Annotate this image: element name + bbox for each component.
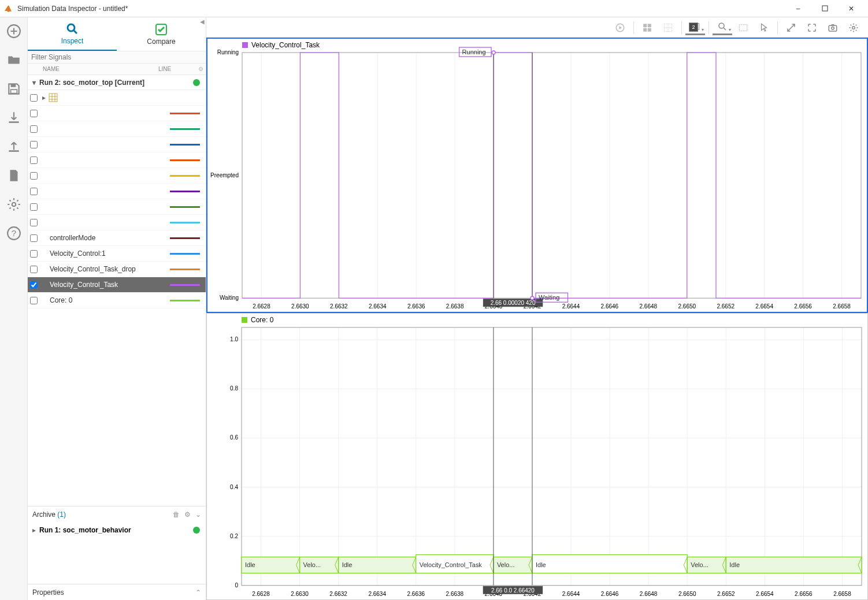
fit-to-view-button[interactable]	[733, 19, 753, 36]
plot-toolbar	[206, 17, 868, 38]
snapshot-button[interactable]	[823, 19, 843, 36]
svg-text:0.4: 0.4	[230, 484, 238, 490]
svg-text:2.6648: 2.6648	[640, 591, 658, 597]
save-button[interactable]	[5, 80, 23, 98]
clear-subplot-button[interactable]	[658, 19, 678, 36]
signal-visibility-checkbox[interactable]	[30, 94, 38, 102]
svg-text:?: ?	[11, 228, 16, 238]
signal-visibility-checkbox[interactable]	[30, 219, 38, 226]
preferences-button[interactable]	[5, 195, 23, 214]
title-bar: Simulation Data Inspector - untitled* – …	[0, 0, 868, 17]
plot-velocity-control-task[interactable]: Velocity_Control_Task 2.66282.66302.6632…	[206, 38, 868, 313]
signal-row[interactable]: ▸	[28, 90, 206, 106]
collapse-panel-button[interactable]: ◀	[200, 18, 205, 25]
svg-point-7	[68, 24, 75, 31]
properties-panel-header[interactable]: Properties ⌃	[28, 584, 206, 600]
signal-visibility-checkbox[interactable]	[30, 172, 38, 180]
signal-row[interactable]: Velocity_Control:1	[28, 246, 206, 262]
matrix-icon	[49, 93, 58, 102]
signal-expand-icon[interactable]: ▸	[39, 94, 49, 102]
signal-visibility-checkbox[interactable]	[30, 156, 38, 164]
svg-rect-124	[532, 555, 687, 573]
signal-row[interactable]	[28, 184, 206, 199]
signal-line-swatch	[170, 159, 200, 161]
svg-text:2.6636: 2.6636	[407, 591, 425, 597]
signal-name: Velocity_Control:1	[49, 249, 170, 258]
stream-button[interactable]	[610, 19, 630, 36]
signal-line-swatch	[170, 144, 200, 146]
svg-text:2.6658: 2.6658	[833, 303, 851, 310]
maximize-plot-button[interactable]	[781, 19, 801, 36]
window-minimize-button[interactable]: –	[785, 0, 811, 17]
zoom-button[interactable]	[713, 20, 732, 35]
archive-run-row[interactable]: ▸ Run 1: soc_motor_behavior	[28, 523, 206, 538]
visualization-type-button[interactable]	[685, 20, 705, 35]
add-button[interactable]	[5, 22, 23, 40]
cursor-button[interactable]	[754, 19, 774, 36]
import-button[interactable]	[5, 109, 23, 127]
layout-grid-button[interactable]	[637, 19, 657, 36]
signal-visibility-checkbox[interactable]	[30, 141, 38, 148]
plot-core-0[interactable]: Core: 0 2.66282.66302.66322.66342.66362.…	[206, 313, 868, 600]
archive-expand-icon[interactable]: ▸	[30, 526, 38, 534]
tab-inspect[interactable]: Inspect	[28, 17, 117, 51]
svg-text:2.6648: 2.6648	[640, 303, 658, 310]
window-title: Simulation Data Inspector - untitled*	[17, 5, 128, 13]
svg-text:Velo...: Velo...	[303, 562, 321, 569]
signal-columns-header: NAME LINE ⚙	[28, 64, 206, 75]
signal-row[interactable]	[28, 215, 206, 230]
signal-visibility-checkbox[interactable]	[30, 110, 38, 117]
svg-text:2.6644: 2.6644	[562, 303, 580, 310]
signal-row[interactable]	[28, 168, 206, 184]
svg-text:2.66  0.0  2.66420: 2.66 0.0 2.66420	[491, 587, 535, 594]
signal-row[interactable]: controllerMode	[28, 230, 206, 246]
signal-line-swatch	[170, 206, 200, 208]
signal-visibility-checkbox[interactable]	[30, 266, 38, 273]
signal-visibility-checkbox[interactable]	[30, 188, 38, 195]
signal-visibility-checkbox[interactable]	[30, 125, 38, 133]
run-header[interactable]: ▾ Run 2: soc_motor_top [Current]	[28, 75, 206, 90]
signal-row[interactable]: Core: 0	[28, 293, 206, 308]
search-icon	[65, 22, 79, 36]
signal-tree[interactable]: ▾ Run 2: soc_motor_top [Current] ▸contro…	[28, 75, 206, 506]
svg-text:Running: Running	[462, 49, 486, 55]
signal-line-swatch	[170, 113, 200, 114]
window-close-button[interactable]: ✕	[838, 0, 865, 17]
signal-visibility-checkbox[interactable]	[30, 250, 38, 258]
svg-rect-19	[829, 25, 837, 31]
archive-run-status-dot	[193, 527, 200, 534]
signal-name: Core: 0	[49, 296, 170, 304]
tab-compare[interactable]: Compare	[117, 17, 206, 51]
signal-row[interactable]	[28, 137, 206, 152]
column-settings-button[interactable]: ⚙	[195, 66, 206, 72]
signal-row[interactable]	[28, 121, 206, 137]
signal-line-swatch	[170, 175, 200, 177]
filter-signals-input[interactable]	[28, 51, 206, 63]
export-button[interactable]	[5, 137, 23, 156]
svg-rect-0	[822, 6, 828, 11]
archive-settings-button[interactable]: ⚙	[184, 510, 191, 519]
run-collapse-icon[interactable]: ▾	[30, 79, 38, 87]
signal-visibility-checkbox[interactable]	[30, 203, 38, 211]
svg-text:Idle: Idle	[342, 562, 353, 569]
signal-visibility-checkbox[interactable]	[30, 297, 38, 304]
signal-visibility-checkbox[interactable]	[30, 281, 38, 289]
archive-collapse-button[interactable]: ⌄	[195, 510, 201, 519]
svg-rect-18	[739, 24, 747, 31]
new-report-button[interactable]	[5, 166, 23, 185]
signal-row[interactable]: Velocity_Control_Task	[28, 277, 206, 293]
signal-row[interactable]	[28, 106, 206, 121]
svg-text:Running: Running	[217, 49, 239, 55]
signal-row[interactable]: Velocity_Control_Task_drop	[28, 262, 206, 277]
help-button[interactable]: ?	[5, 224, 23, 243]
expand-button[interactable]	[802, 19, 822, 36]
signal-visibility-checkbox[interactable]	[30, 234, 38, 242]
archive-delete-button[interactable]: 🗑	[173, 510, 180, 519]
signal-row[interactable]	[28, 152, 206, 168]
svg-text:2.66  0.00020  420: 2.66 0.00020 420	[491, 300, 536, 306]
signal-row[interactable]	[28, 199, 206, 215]
plot-settings-button[interactable]	[844, 19, 863, 36]
signal-line-swatch	[170, 128, 200, 130]
open-folder-button[interactable]	[5, 51, 23, 69]
window-maximize-button[interactable]	[811, 0, 838, 17]
